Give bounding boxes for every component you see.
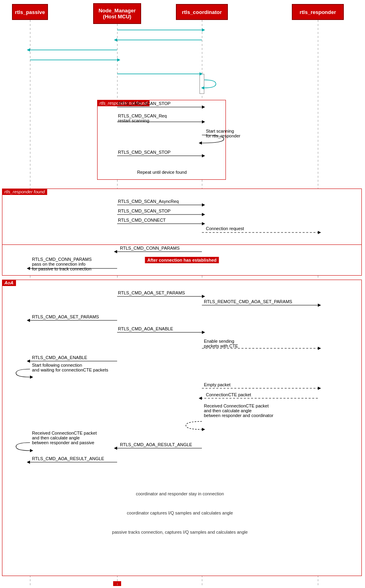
svg-marker-5 <box>27 48 30 52</box>
actor-coordinator: rtls_coordinator <box>176 4 228 20</box>
msg-connect: RTLS_CMD_CONNECT <box>118 218 166 222</box>
actor-passive: rtls_passive <box>12 4 48 20</box>
msg-scan-stop-3: RTLS_CMD_SCAN_STOP <box>118 209 171 213</box>
note-coordinator-responder-connection: coordinator and responder stay in connec… <box>20 491 340 496</box>
msg-scan-stop-2: RTLS_CMD_SCAN_STOP <box>118 150 171 155</box>
msg-scan-async: RTLS_CMD_SCAN_AsyncReq <box>118 199 179 204</box>
msg-connectioncte-packet: ConnectionCTE packet <box>206 392 251 397</box>
msg-received-cte-coordinator: Received ConnectionCTE packet and then c… <box>204 403 273 418</box>
actor-responder: rtls_responder <box>292 4 344 20</box>
svg-marker-3 <box>114 38 117 42</box>
msg-start-following: Start following connection and waiting f… <box>32 363 108 372</box>
box-found-label: rtls_responder found <box>2 189 47 195</box>
msg-connection-request: Connection request <box>206 226 244 231</box>
msg-start-scanning: Start scanning for rtls_responder <box>206 129 240 138</box>
msg-scan-req: RTLS_CMD_SCAN_Req restart scanning <box>118 113 167 123</box>
msg-aoa-result-1: RTLS_CMD_AOA_RESULT_ANGLE <box>120 442 192 447</box>
svg-marker-7 <box>117 58 120 62</box>
msg-aoa-enable-2: RTLS_CMD_AOA_ENABLE <box>32 355 87 360</box>
msg-received-cte-passive: Received ConnectionCTE packet and then c… <box>32 431 97 445</box>
box-found: rtls_responder found <box>2 189 362 248</box>
note-coordinator-iq: coordinator captures I/Q samples and cal… <box>20 511 340 515</box>
msg-aoa-enable-1: RTLS_CMD_AOA_ENABLE <box>118 326 173 331</box>
activation-coordinator <box>199 74 204 94</box>
msg-enable-cte: Enable sending packets with CTE <box>204 339 238 348</box>
msg-aoa-result-2: RTLS_CMD_AOA_RESULT_ANGLE <box>32 456 104 461</box>
svg-marker-1 <box>202 28 205 32</box>
box-aoa-label: AoA <box>2 280 16 286</box>
msg-remote-aoa-set-params: RTLS_REMOTE_CMD_AOA_SET_PARAMS <box>204 299 292 304</box>
msg-scan-stop-1: RTLS_CMD_SCAN_STOP <box>118 101 171 106</box>
msg-aoa-set-params-2: RTLS_CMD_AOA_SET_PARAMS <box>32 314 99 319</box>
msg-conn-params-2: RTLS_CMD_CONN_PARAMS pass on the connect… <box>32 257 92 271</box>
box-not-found: rtls_responder not found <box>97 100 226 180</box>
actor-node-manager: Node_Manager(Host MCU) <box>93 3 141 24</box>
note-passive-iq: passive tracks connection, captures I/Q … <box>20 530 340 534</box>
msg-repeat-note: Repeat until device found <box>118 170 206 175</box>
msg-empty-packet: Empty packet <box>204 382 231 387</box>
sequence-diagram: rtls_passive Node_Manager(Host MCU) rtls… <box>0 0 365 588</box>
msg-conn-params-1: RTLS_CMD_CONN_PARAMS <box>120 246 180 250</box>
msg-aoa-set-params-1: RTLS_CMD_AOA_SET_PARAMS <box>118 290 185 295</box>
box-after-connection-label: After connection has established <box>145 257 219 263</box>
